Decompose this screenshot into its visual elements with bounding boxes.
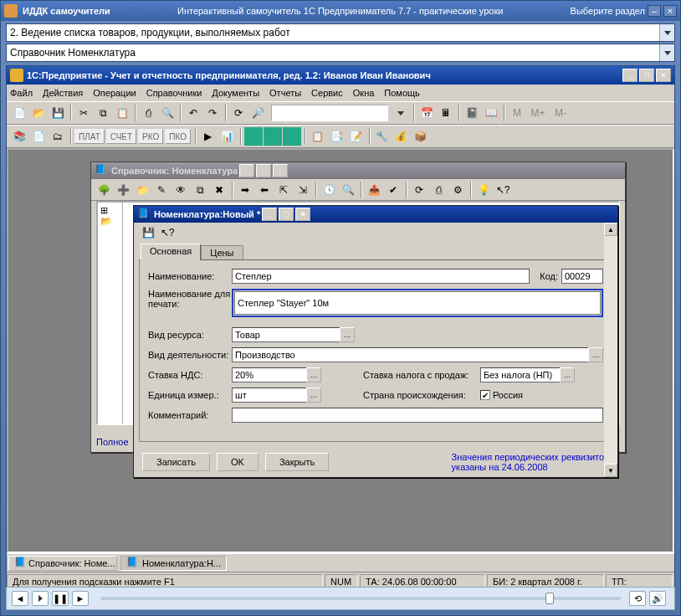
copy-row-icon[interactable]: ⧉ [191, 181, 209, 199]
tool-icon[interactable]: 📦 [412, 127, 430, 146]
player-next-button[interactable]: ► [72, 591, 89, 606]
lesson-topic-dropdown[interactable]: Справочник Номенклатура [6, 44, 675, 62]
player-loop-button[interactable]: ⟲ [629, 591, 646, 606]
close-button[interactable]: Закрыть [265, 453, 329, 471]
find-icon[interactable]: 🔍 [339, 181, 357, 199]
save-form-icon[interactable]: 💾 [139, 223, 157, 242]
name-input[interactable] [232, 269, 530, 284]
tool-icon[interactable]: 📋 [309, 127, 327, 146]
folder-icon[interactable]: 🗂 [49, 127, 67, 146]
open-icon[interactable]: 📂 [29, 104, 48, 122]
edit-icon[interactable]: ✎ [152, 181, 171, 199]
rko-button[interactable]: РКО [138, 129, 163, 144]
shell-minimize-button[interactable]: – [648, 5, 661, 17]
move-in-icon[interactable]: ➡ [236, 181, 254, 199]
nom-titlebar[interactable]: 📘 Номенклатура:Новый * _ □ × [134, 206, 617, 223]
preview-icon[interactable]: 🔍 [158, 104, 177, 122]
player-volume-button[interactable]: 🔊 [649, 591, 666, 606]
shell-close-button[interactable]: × [663, 5, 677, 17]
nom-maximize-button[interactable]: □ [279, 208, 294, 221]
lookup-button[interactable]: … [306, 388, 321, 403]
onec-minimize-button[interactable]: _ [622, 69, 637, 82]
dict-close-button[interactable]: × [273, 164, 288, 177]
menu-documents[interactable]: Документы [212, 88, 259, 98]
tree-icon[interactable]: 🌳 [95, 181, 113, 199]
tool-icon[interactable]: 🔧 [373, 127, 392, 146]
nom-vertical-scrollbar[interactable]: ▲ ▼ [604, 223, 617, 477]
tool-icon[interactable]: 📊 [218, 127, 237, 146]
onec-close-button[interactable]: × [656, 69, 671, 82]
mark-delete-icon[interactable]: ✖ [210, 181, 228, 199]
undo-icon[interactable]: ↶ [184, 104, 202, 122]
search-input[interactable] [271, 105, 388, 121]
taskbar-item-dictionary[interactable]: 📘 Справочник: Номе... [8, 556, 117, 571]
cut-icon[interactable]: ✂ [74, 104, 93, 122]
tool-icon[interactable]: 💰 [392, 127, 411, 146]
menu-operations[interactable]: Операции [93, 88, 136, 98]
journal-icon[interactable]: 📓 [463, 104, 481, 122]
settings-icon[interactable]: ⚙ [448, 181, 467, 199]
comment-input[interactable] [232, 408, 603, 423]
taskbar-item-nomenclature[interactable]: 📘 Номенклатура:Н... [120, 556, 227, 571]
vat-rate-input[interactable] [232, 367, 307, 382]
schet-button[interactable]: СЧЕТ [106, 129, 136, 144]
print-icon[interactable]: ⎙ [429, 181, 448, 199]
player-play-button[interactable] [32, 591, 49, 606]
lookup-button[interactable]: … [560, 367, 575, 382]
resource-type-input[interactable] [232, 327, 340, 342]
books-icon[interactable]: 📚 [10, 127, 28, 146]
menu-file[interactable]: Файл [10, 88, 33, 98]
memory-m-button[interactable]: M [508, 104, 526, 122]
code-input[interactable] [561, 269, 603, 284]
refresh-icon[interactable]: ⟳ [229, 104, 248, 122]
dictionary-titlebar[interactable]: 📘 Справочник: Номенклатура _ □ × [91, 162, 625, 179]
nomenclature-edit-window[interactable]: 📘 Номенклатура:Новый * _ □ × 💾 ↖? Основн… [133, 205, 618, 478]
new-icon[interactable]: 📄 [10, 104, 28, 122]
new-folder-icon[interactable]: 📁 [133, 181, 151, 199]
copy-icon[interactable]: ⧉ [94, 104, 112, 122]
nom-close-button[interactable]: × [295, 208, 310, 221]
menu-windows[interactable]: Окна [353, 88, 375, 98]
lookup-button[interactable]: … [340, 327, 355, 342]
player-prev-button[interactable]: ◄ [12, 591, 28, 606]
calendar-icon[interactable]: 📅 [417, 104, 436, 122]
tool-icon[interactable]: 📝 [347, 127, 366, 146]
scroll-up-icon[interactable]: ▲ [604, 223, 617, 236]
menu-help[interactable]: Помощь [384, 88, 420, 98]
sales-tax-input[interactable] [480, 367, 561, 382]
menu-service[interactable]: Сервис [311, 88, 343, 98]
onec-maximize-button[interactable]: □ [639, 69, 654, 82]
green-tool-icon[interactable] [283, 127, 301, 146]
dict-minimize-button[interactable]: _ [239, 164, 254, 177]
lesson-chapter-dropdown[interactable]: 2. Ведение списка товаров, продукции, вы… [6, 23, 675, 42]
lookup-button[interactable]: … [306, 367, 321, 382]
tree-expand-icon[interactable]: ⊞ 📂 [98, 203, 122, 229]
ok-button[interactable]: OK [217, 453, 259, 471]
dropdown-arrow-icon[interactable] [659, 44, 674, 61]
unit-input[interactable] [232, 388, 307, 403]
refresh-icon[interactable]: ⟳ [410, 181, 428, 199]
transfer-icon[interactable]: 📤 [365, 181, 383, 199]
dropdown-arrow-icon[interactable] [659, 24, 674, 41]
memory-mplus-button[interactable]: M+ [527, 104, 549, 122]
memory-mminus-button[interactable]: M- [550, 104, 571, 122]
level-up-icon[interactable]: ⇲ [294, 181, 312, 199]
menu-references[interactable]: Справочники [146, 88, 202, 98]
tool-icon[interactable]: 📑 [328, 127, 346, 146]
scroll-down-icon[interactable]: ▼ [604, 464, 617, 477]
slider-thumb[interactable] [545, 593, 554, 604]
help-pointer-icon[interactable]: ↖? [494, 181, 512, 199]
dropdown-icon[interactable] [392, 104, 410, 122]
lookup-button[interactable]: … [588, 347, 603, 362]
new-row-icon[interactable]: ➕ [114, 181, 132, 199]
green-tool-icon[interactable] [244, 127, 263, 146]
plat-button[interactable]: ПЛАТ [74, 129, 105, 144]
save-icon[interactable]: 💾 [49, 104, 67, 122]
russia-checkbox[interactable]: ✔ [480, 390, 490, 400]
select-icon[interactable]: ✔ [384, 181, 402, 199]
menu-reports[interactable]: Отчеты [269, 88, 301, 98]
history-icon[interactable]: 🕓 [320, 181, 338, 199]
calculator-icon[interactable]: 🖩 [437, 104, 455, 122]
find-icon[interactable]: 🔎 [248, 104, 267, 122]
redo-icon[interactable]: ↷ [203, 104, 222, 122]
